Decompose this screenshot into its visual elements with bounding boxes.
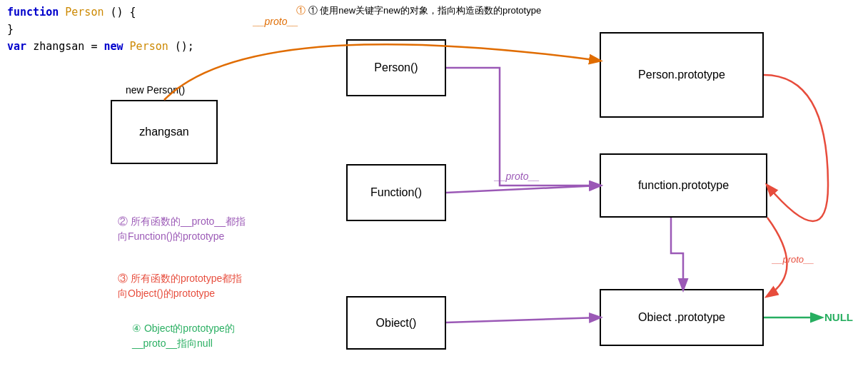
arrow-red-curve-top [764,75,828,221]
box-function-proto: function.prototype [600,153,767,218]
code-line1: function Person () { [7,4,194,21]
code-block: function Person () { } var zhangsan = ne… [7,4,194,55]
arrow-person-fn-proto [446,68,600,186]
fn-person: Person [65,6,104,19]
kw-function: function [7,6,59,19]
zhangsan-label: zhangsan [139,126,188,138]
anno3: ③ 所有函数的prototype都指 向Object()的prototype [118,271,242,301]
object-proto-label: Obiect .prototype [638,311,725,324]
code-line3: var zhangsan = new Person (); [7,38,194,55]
box-object-proto: Obiect .prototype [600,289,764,346]
label-new-person: new Person() [126,84,185,96]
code-line2: } [7,21,194,38]
anno4: ④ Object的prototype的 __proto__指向null [132,321,235,351]
function-proto-label: function.prototype [638,179,729,192]
person-proto-label: Person.prototype [638,68,725,81]
box-object-fn: Obiect() [346,296,446,350]
anno2: ② 所有函数的__proto__都指 向Function()的prototype [118,214,246,244]
arrow-object-to-oproto [446,318,600,322]
person-fn-label: Person() [374,61,418,74]
box-function-fn: Function() [346,164,446,221]
object-fn-label: Obiect() [376,317,417,330]
label-proto-func: __proto__ [493,171,540,182]
box-person-proto: Person.prototype [600,32,764,118]
label-proto-orange: __proto__ [252,16,298,27]
box-person-fn: Person() [346,39,446,96]
function-fn-label: Function() [370,186,422,199]
label-null: NULL [824,311,853,323]
diagram-container: function Person () { } var zhangsan = ne… [0,0,868,381]
arrow-function-to-fproto [446,186,600,193]
label-proto-red: __proto__ [771,254,814,265]
arrow-fproto-to-oproto [671,218,683,289]
arrow-red-down [767,218,787,296]
anno1: ① ① 使用new关键字new的对象，指向构造函数的prototype [296,4,541,18]
box-zhangsan: zhangsan [111,100,218,164]
